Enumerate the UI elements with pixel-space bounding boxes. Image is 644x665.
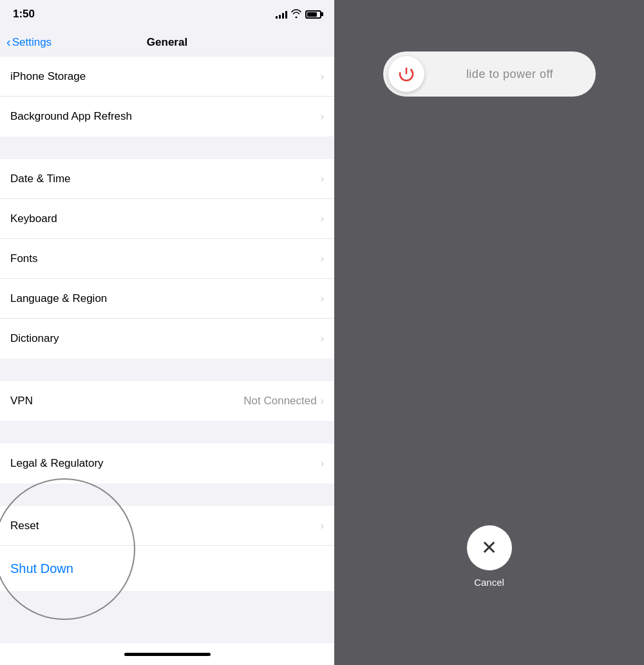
section-vpn: VPN Not Connected › — [0, 381, 334, 421]
section-gap-1 — [0, 136, 334, 159]
section-storage: iPhone Storage › Background App Refresh … — [0, 57, 334, 136]
settings-panel: 1:50 ‹ Settings — [0, 0, 334, 665]
item-label: Fonts — [10, 252, 38, 265]
item-label: Keyboard — [10, 212, 57, 225]
item-label: Reset — [10, 520, 39, 532]
section-reset: Reset › Shut Down — [0, 506, 334, 591]
nav-bar: ‹ Settings General — [0, 28, 334, 57]
back-button[interactable]: ‹ Settings — [6, 35, 52, 50]
item-right: › — [321, 173, 324, 185]
settings-item-date-time[interactable]: Date & Time › — [0, 159, 334, 199]
item-label: iPhone Storage — [10, 70, 86, 83]
battery-icon — [305, 10, 321, 19]
chevron-right-icon: › — [321, 293, 324, 304]
settings-item-reset[interactable]: Reset › — [0, 506, 334, 546]
item-label: Background App Refresh — [10, 110, 132, 123]
item-right: › — [321, 253, 324, 265]
back-chevron-icon: ‹ — [6, 35, 11, 50]
settings-item-background-app-refresh[interactable]: Background App Refresh › — [0, 97, 334, 136]
chevron-right-icon: › — [321, 173, 324, 185]
status-icons — [276, 9, 321, 20]
settings-item-keyboard[interactable]: Keyboard › — [0, 199, 334, 239]
settings-item-dictionary[interactable]: Dictionary › — [0, 319, 334, 359]
item-right: › — [321, 111, 324, 122]
status-bar: 1:50 — [0, 0, 334, 28]
settings-item-language-region[interactable]: Language & Region › — [0, 279, 334, 319]
back-label: Settings — [12, 36, 52, 49]
power-off-overlay: lide to power off ✕ Cancel — [334, 0, 644, 665]
shut-down-label: Shut Down — [10, 561, 73, 576]
status-time: 1:50 — [13, 8, 35, 21]
cancel-container: ✕ Cancel — [467, 525, 512, 588]
vpn-status: Not Connected — [243, 395, 316, 407]
item-label: VPN — [10, 395, 33, 407]
item-right: › — [321, 520, 324, 532]
chevron-right-icon: › — [321, 333, 324, 344]
settings-item-iphone-storage[interactable]: iPhone Storage › — [0, 57, 334, 97]
signal-icon — [276, 10, 287, 19]
section-language: Date & Time › Keyboard › Fonts › Languag… — [0, 159, 334, 359]
chevron-right-icon: › — [321, 213, 324, 225]
chevron-right-icon: › — [321, 395, 324, 407]
chevron-right-icon: › — [321, 111, 324, 122]
power-thumb — [388, 56, 424, 92]
cancel-label: Cancel — [474, 577, 504, 588]
chevron-right-icon: › — [321, 253, 324, 265]
item-right: › — [321, 213, 324, 225]
item-right: › — [321, 293, 324, 304]
settings-list: iPhone Storage › Background App Refresh … — [0, 57, 334, 643]
cancel-icon: ✕ — [481, 538, 497, 557]
page-title: General — [147, 36, 187, 49]
section-gap-4 — [0, 483, 334, 506]
item-right: › — [321, 71, 324, 82]
slide-text: lide to power off — [424, 68, 591, 81]
item-right: › — [321, 458, 324, 469]
settings-item-fonts[interactable]: Fonts › — [0, 239, 334, 279]
power-slider[interactable]: lide to power off — [383, 52, 596, 97]
cancel-button[interactable]: ✕ — [467, 525, 512, 570]
item-right: › — [321, 333, 324, 344]
settings-item-shut-down[interactable]: Shut Down — [0, 546, 334, 591]
chevron-right-icon: › — [321, 458, 324, 469]
home-bar — [124, 653, 211, 656]
section-gap-2 — [0, 359, 334, 381]
chevron-right-icon: › — [321, 71, 324, 82]
section-gap-3 — [0, 421, 334, 444]
home-indicator — [0, 643, 334, 665]
item-label: Language & Region — [10, 292, 107, 305]
section-legal: Legal & Regulatory › — [0, 444, 334, 483]
settings-item-legal-regulatory[interactable]: Legal & Regulatory › — [0, 444, 334, 483]
power-icon — [397, 64, 416, 84]
item-label: Date & Time — [10, 173, 71, 185]
slide-text-content: lide to power off — [466, 68, 553, 80]
chevron-right-icon: › — [321, 520, 324, 532]
item-right: Not Connected › — [243, 395, 324, 407]
item-label: Legal & Regulatory — [10, 457, 104, 470]
item-label: Dictionary — [10, 332, 59, 345]
wifi-icon — [291, 9, 301, 20]
settings-item-vpn[interactable]: VPN Not Connected › — [0, 381, 334, 421]
